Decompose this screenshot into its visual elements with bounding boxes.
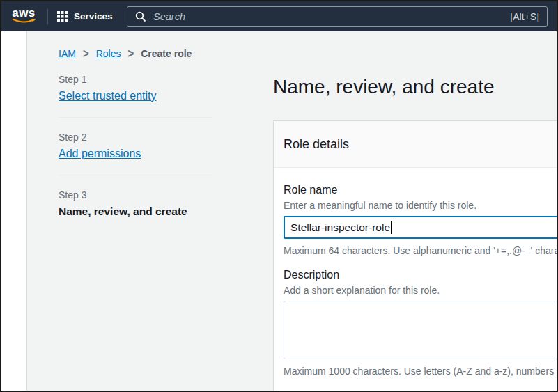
role-name-help-text: Enter a meaningful name to identify this…	[284, 199, 558, 212]
role-details-card: Role details Role name Enter a meaningfu…	[273, 120, 558, 392]
step-link-add-permissions[interactable]: Add permissions	[59, 148, 141, 160]
step-link-select-trusted-entity[interactable]: Select trusted entity	[59, 90, 157, 102]
role-name-label: Role name	[284, 183, 558, 197]
services-button[interactable]: Services	[57, 11, 113, 22]
step-divider	[59, 117, 212, 118]
description-field-group: Description Add a short explanation for …	[284, 268, 558, 377]
search-placeholder: Search	[153, 11, 510, 22]
text-cursor	[391, 221, 392, 234]
step-2-group: Step 2 Add permissions	[59, 132, 212, 160]
page-title: Name, review, and create	[273, 31, 558, 100]
role-name-input[interactable]: Stellar-inspector-role	[284, 216, 558, 239]
wizard-steps-nav: Step 1 Select trusted entity Step 2 Add …	[59, 74, 212, 218]
description-constraint-hint: Maximum 1000 characters. Use letters (A-…	[284, 365, 558, 377]
card-header: Role details	[274, 121, 558, 168]
role-name-field-group: Role name Enter a meaningful name to ide…	[284, 183, 558, 257]
description-label: Description	[284, 268, 558, 282]
step-1-label: Step 1	[59, 74, 212, 85]
breadcrumb-link-roles[interactable]: Roles	[96, 48, 121, 59]
card-body: Role name Enter a meaningful name to ide…	[274, 168, 558, 391]
role-name-input-value: Stellar-inspector-role	[290, 221, 390, 234]
role-name-constraint-hint: Maximum 64 characters. Use alphanumeric …	[284, 244, 558, 257]
step-current-name-review-create: Name, review, and create	[59, 205, 212, 218]
services-label: Services	[74, 11, 113, 22]
navbar-divider	[47, 9, 48, 24]
step-divider	[59, 175, 212, 175]
breadcrumb-link-iam[interactable]: IAM	[59, 48, 76, 59]
services-grid-icon	[57, 11, 68, 22]
main-content: Name, review, and create Role details Ro…	[273, 31, 558, 392]
breadcrumb-current-create-role: Create role	[141, 48, 192, 59]
chevron-right-icon: >	[83, 46, 89, 61]
search-input[interactable]: Search [Alt+S]	[127, 6, 548, 27]
step-3-label: Step 3	[59, 189, 212, 201]
collapsed-sidenav-rail	[1, 31, 27, 391]
aws-logo[interactable]: aws	[11, 8, 36, 24]
search-icon	[135, 11, 146, 22]
breadcrumb: IAM > Roles > Create role	[59, 47, 192, 59]
aws-console-window: aws Services Search [Alt+S]	[0, 0, 558, 392]
step-3-group: Step 3 Name, review, and create	[59, 189, 212, 218]
search-shortcut-hint: [Alt+S]	[510, 11, 539, 22]
chevron-right-icon: >	[127, 46, 134, 61]
card-title: Role details	[284, 136, 558, 152]
aws-smile-icon	[11, 18, 36, 24]
description-textarea[interactable]	[284, 301, 558, 359]
aws-logo-text: aws	[12, 8, 36, 18]
description-help-text: Add a short explanation for this role.	[284, 284, 558, 297]
step-2-label: Step 2	[59, 132, 212, 143]
step-1-group: Step 1 Select trusted entity	[59, 74, 212, 102]
top-navbar: aws Services Search [Alt+S]	[1, 1, 557, 31]
